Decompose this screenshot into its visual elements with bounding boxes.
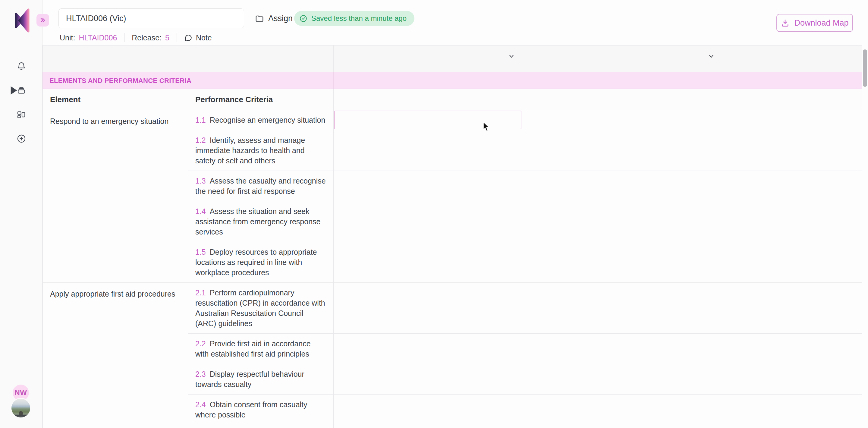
section-band-cell — [722, 72, 862, 89]
mapping-cell[interactable] — [722, 110, 862, 130]
criteria-cell[interactable]: 1.2Identify, assess and manage immediate… — [188, 130, 334, 171]
mapping-cell[interactable] — [522, 242, 722, 283]
mapping-cell[interactable] — [522, 130, 722, 171]
folder-icon — [255, 14, 264, 23]
element-cell[interactable]: Respond to an emergency situation — [43, 110, 188, 283]
mapping-cell[interactable] — [334, 395, 522, 425]
plus-circle-icon — [17, 134, 26, 144]
criteria-number: 2.2 — [195, 339, 206, 348]
download-map-button[interactable]: Download Map — [776, 14, 853, 32]
mapping-cell[interactable] — [334, 364, 522, 395]
assign-label: Assign — [268, 14, 293, 23]
mapping-cell[interactable] — [522, 171, 722, 201]
mapping-column-header — [522, 89, 722, 110]
units-drawer-button[interactable] — [0, 79, 42, 102]
header-cell-merged[interactable] — [43, 45, 334, 72]
mapping-cell[interactable] — [334, 130, 522, 171]
check-circle-icon — [299, 14, 307, 23]
mapping-cell[interactable] — [722, 171, 862, 201]
workspace-avatar[interactable] — [10, 398, 31, 418]
criteria-number: 1.5 — [195, 248, 206, 256]
column-label-row: Element Performance Criteria — [43, 89, 862, 110]
section-band-cell — [522, 72, 722, 89]
element-cell[interactable]: Apply appropriate first aid procedures — [43, 283, 188, 428]
sidebar-nav — [0, 54, 42, 151]
criteria-cell[interactable]: 1.1Recognise an emergency situation — [188, 110, 334, 130]
mapping-column-header — [722, 89, 862, 110]
selected-cell-outline — [334, 111, 521, 129]
criteria-cell[interactable]: 2.3Display respectful behaviour towards … — [188, 364, 334, 395]
mapping-cell[interactable] — [522, 334, 722, 364]
mapping-cell[interactable] — [334, 425, 522, 428]
criteria-cell[interactable]: 2.5Use available resources and equipment… — [188, 425, 334, 428]
section-band-cell: ELEMENTS AND PERFORMANCE CRITERIA — [43, 72, 334, 89]
mapping-cell[interactable] — [522, 110, 722, 130]
criteria-number: 2.4 — [195, 400, 206, 409]
release-value-link[interactable]: 5 — [165, 33, 169, 42]
vertical-scrollbar[interactable] — [863, 50, 867, 87]
sidebar: NW — [0, 0, 42, 428]
mapping-cell[interactable] — [522, 201, 722, 242]
assign-button[interactable]: Assign — [255, 8, 293, 28]
criteria-row: Apply appropriate first aid procedures2.… — [43, 283, 862, 334]
mapping-cell[interactable] — [722, 201, 862, 242]
mapping-cell[interactable] — [522, 395, 722, 425]
criteria-cell[interactable]: 1.5Deploy resources to appropriate locat… — [188, 242, 334, 283]
mapping-cell[interactable] — [522, 364, 722, 395]
mapping-cell[interactable] — [334, 334, 522, 364]
header-cell[interactable] — [722, 45, 862, 72]
mapping-cell[interactable] — [522, 283, 722, 334]
column-header-row — [43, 45, 862, 72]
mapping-cell[interactable] — [522, 425, 722, 428]
release-label: Release: — [132, 33, 161, 42]
mapping-cell[interactable] — [722, 395, 862, 425]
bell-icon — [17, 61, 26, 71]
saved-status-text: Saved less than a minute ago — [311, 14, 407, 23]
mapping-cell[interactable] — [334, 242, 522, 283]
download-icon — [781, 19, 789, 27]
criteria-cell[interactable]: 2.2Provide first aid in accordance with … — [188, 334, 334, 364]
criteria-number: 1.4 — [195, 207, 206, 215]
section-band-row: ELEMENTS AND PERFORMANCE CRITERIA — [43, 72, 862, 89]
chevron-down-icon[interactable] — [707, 52, 715, 60]
mapping-cell[interactable] — [334, 201, 522, 242]
saved-status-badge: Saved less than a minute ago — [294, 11, 414, 26]
chevron-down-icon[interactable] — [507, 52, 516, 60]
criteria-number: 2.3 — [195, 370, 206, 378]
mapping-cell[interactable] — [722, 334, 862, 364]
criteria-number: 1.2 — [195, 136, 206, 144]
app-logo-icon[interactable] — [14, 7, 30, 34]
unit-code-link[interactable]: HLTAID006 — [79, 33, 117, 42]
note-label: Note — [196, 33, 212, 42]
criteria-cell[interactable]: 2.1Perform cardiopulmonary resuscitation… — [188, 283, 334, 334]
add-button[interactable] — [0, 127, 42, 151]
sidebar-footer: NW — [0, 380, 42, 420]
boards-button[interactable] — [0, 102, 42, 127]
unit-meta-row: Unit: HLTAID006 Release: 5 Note — [60, 31, 212, 44]
mapping-cell[interactable] — [334, 110, 522, 130]
header-cell-dropdown[interactable] — [334, 45, 522, 72]
mapping-cell[interactable] — [722, 130, 862, 171]
criteria-number: 1.1 — [195, 116, 206, 124]
section-band-cell — [334, 72, 522, 89]
sidebar-expand-button[interactable] — [36, 14, 49, 27]
notifications-button[interactable] — [0, 54, 42, 79]
header-cell-dropdown[interactable] — [522, 45, 722, 72]
layout-kanban-icon — [17, 110, 26, 119]
criteria-cell[interactable]: 1.3Assess the casualty and recognise the… — [188, 171, 334, 201]
mapping-cell[interactable] — [722, 242, 862, 283]
element-column-header: Element — [43, 89, 188, 110]
unit-label: Unit: — [60, 33, 75, 42]
mapping-cell[interactable] — [334, 171, 522, 201]
mapping-cell[interactable] — [722, 283, 862, 334]
map-title-input[interactable] — [59, 8, 244, 28]
criteria-cell[interactable]: 1.4Assess the situation and seek assista… — [188, 201, 334, 242]
criteria-number: 2.1 — [195, 288, 206, 297]
mapping-cell[interactable] — [722, 425, 862, 428]
mapping-cell[interactable] — [334, 283, 522, 334]
criteria-cell[interactable]: 2.4Obtain consent from casualty where po… — [188, 395, 334, 425]
mapping-cell[interactable] — [722, 364, 862, 395]
table-head-rows: ELEMENTS AND PERFORMANCE CRITERIA Elemen… — [43, 45, 862, 110]
comment-bubble-icon — [184, 34, 192, 42]
note-button[interactable]: Note — [184, 33, 212, 42]
